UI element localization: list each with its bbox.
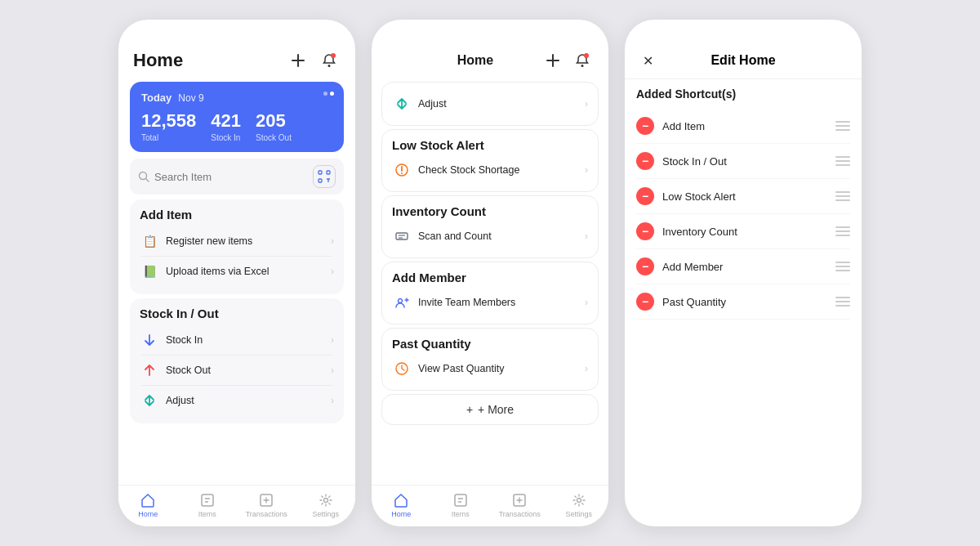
settings-nav-icon <box>318 492 334 508</box>
nav-items-1[interactable]: Items <box>183 492 232 518</box>
minus-add-item[interactable]: − <box>636 117 654 135</box>
stock-in-row[interactable]: Stock In › <box>140 325 334 355</box>
drag-handle-add-item[interactable] <box>835 121 850 131</box>
search-bar[interactable] <box>130 159 344 195</box>
nav-transactions-1[interactable]: Transactions <box>242 492 291 518</box>
scan-button[interactable] <box>313 165 336 188</box>
svg-point-19 <box>584 53 589 58</box>
add-item-section: Add Item 📋 Register new items › 📗 Upload… <box>130 199 344 294</box>
transactions-nav-icon <box>258 492 274 508</box>
total-number: 12,558 <box>141 110 196 132</box>
stock-inout-title: Stock In / Out <box>140 307 334 320</box>
nav-settings-1[interactable]: Settings <box>301 492 350 518</box>
svg-point-2 <box>328 65 331 67</box>
drag-handle-stock-inout[interactable] <box>835 156 850 166</box>
chevron-stockout: › <box>331 365 334 376</box>
plus-icon-2[interactable] <box>541 49 564 72</box>
items-nav-label-2: Items <box>452 510 470 518</box>
nav-home-2[interactable]: Home <box>376 492 425 518</box>
register-new-items-row[interactable]: 📋 Register new items › <box>140 226 334 256</box>
shortcut-add-item[interactable]: − Add Item <box>636 109 850 144</box>
chevron-stockin: › <box>331 334 334 346</box>
items-nav-icon-2 <box>452 492 469 508</box>
stock-in-icon <box>140 330 159 350</box>
minus-add-member[interactable]: − <box>636 257 654 275</box>
adjust-card: Adjust › <box>381 82 599 126</box>
search-input[interactable] <box>154 171 308 183</box>
stock-out-row[interactable]: Stock Out › <box>140 356 334 385</box>
add-member-card: Add Member Invite Team Members › <box>381 262 599 324</box>
minus-inventory-count[interactable]: − <box>636 222 654 240</box>
inventory-count-card: Inventory Count Scan and Count › <box>381 195 599 258</box>
phone-notch-2 <box>457 20 523 36</box>
past-quantity-title: Past Quantity <box>392 337 588 351</box>
phone3-title: Edit Home <box>659 53 827 68</box>
drag-handle-inventory-count[interactable] <box>835 226 850 236</box>
settings-nav-icon-2 <box>571 492 587 508</box>
chevron-adjust: › <box>331 395 334 406</box>
shortcut-label-inventory-count: Inventory Count <box>662 226 737 238</box>
drag-handle-low-stock[interactable] <box>835 191 850 201</box>
nav-settings-2[interactable]: Settings <box>555 492 604 518</box>
shortcut-add-member[interactable]: − Add Member <box>636 249 850 284</box>
stock-in-stat: 421 Stock In <box>211 110 241 142</box>
shortcut-past-quantity[interactable]: − Past Quantity <box>636 284 850 320</box>
adjust-card-row[interactable]: Adjust › <box>392 91 588 117</box>
nav-transactions-2[interactable]: Transactions <box>495 492 544 518</box>
bell-icon-2[interactable] <box>571 49 594 72</box>
svg-rect-11 <box>202 495 213 506</box>
adjust-card-icon <box>392 94 412 114</box>
more-label: + More <box>478 403 514 416</box>
adjust-row[interactable]: Adjust › <box>140 386 334 415</box>
search-icon <box>138 171 149 182</box>
plus-icon[interactable] <box>287 49 310 72</box>
view-past-row[interactable]: View Past Quantity › <box>392 356 588 382</box>
drag-handle-past-quantity[interactable] <box>835 297 850 307</box>
home-nav-label-1: Home <box>138 510 158 518</box>
register-icon: 📋 <box>140 231 159 251</box>
chevron-check-stock: › <box>585 164 588 176</box>
phone3-header: ✕ Edit Home <box>625 43 862 79</box>
check-stock-row[interactable]: Check Stock Shortage › <box>392 157 588 183</box>
shortcut-label-past-quantity: Past Quantity <box>662 296 726 308</box>
view-past-label: View Past Quantity <box>418 363 504 374</box>
settings-nav-label-2: Settings <box>565 510 592 518</box>
past-quantity-card: Past Quantity View Past Quantity › <box>381 328 599 391</box>
shortcut-low-stock[interactable]: − Low Stock Alert <box>636 179 850 214</box>
phone-1: Home Today Nov 9 <box>118 20 355 526</box>
svg-point-18 <box>581 65 584 67</box>
nav-home-1[interactable]: Home <box>123 492 172 518</box>
chevron-past-qty: › <box>585 363 588 374</box>
shortcut-stock-inout[interactable]: − Stock In / Out <box>636 144 850 179</box>
upload-excel-row[interactable]: 📗 Upload items via Excel › <box>140 257 334 286</box>
bell-icon[interactable] <box>318 49 341 72</box>
nav-items-2[interactable]: Items <box>436 492 485 518</box>
scan-count-row[interactable]: Scan and Count › <box>392 223 588 249</box>
upload-label: Upload items via Excel <box>166 266 269 277</box>
stock-out-icon <box>140 360 159 380</box>
svg-line-5 <box>146 179 149 182</box>
home-nav-label-2: Home <box>391 510 411 518</box>
scan-icon <box>318 170 331 183</box>
shortcut-label-low-stock: Low Stock Alert <box>662 190 736 203</box>
close-button[interactable]: ✕ <box>636 49 659 72</box>
shortcut-inventory-count[interactable]: − Inventory Count <box>636 214 850 249</box>
drag-handle-add-member[interactable] <box>835 262 850 271</box>
minus-low-stock[interactable]: − <box>636 187 654 205</box>
invite-team-row[interactable]: Invite Team Members › <box>392 289 588 316</box>
minus-past-quantity[interactable]: − <box>636 293 654 311</box>
adjust-icon <box>140 391 159 410</box>
phone1-icons <box>287 49 341 72</box>
check-stock-label: Check Stock Shortage <box>418 164 519 176</box>
items-nav-label-1: Items <box>198 510 216 518</box>
minus-stock-inout[interactable]: − <box>636 152 654 170</box>
shortcut-label-stock-inout: Stock In / Out <box>662 155 727 168</box>
stock-out-label: Stock Out <box>256 133 292 142</box>
chevron-adjust-card: › <box>585 98 588 110</box>
low-stock-title: Low Stock Alert <box>392 138 588 152</box>
chevron-scan-count: › <box>585 230 588 242</box>
more-button[interactable]: + + More <box>381 394 599 425</box>
total-label: Total <box>141 133 196 142</box>
transactions-nav-label-2: Transactions <box>499 510 541 518</box>
svg-rect-7 <box>327 171 330 174</box>
